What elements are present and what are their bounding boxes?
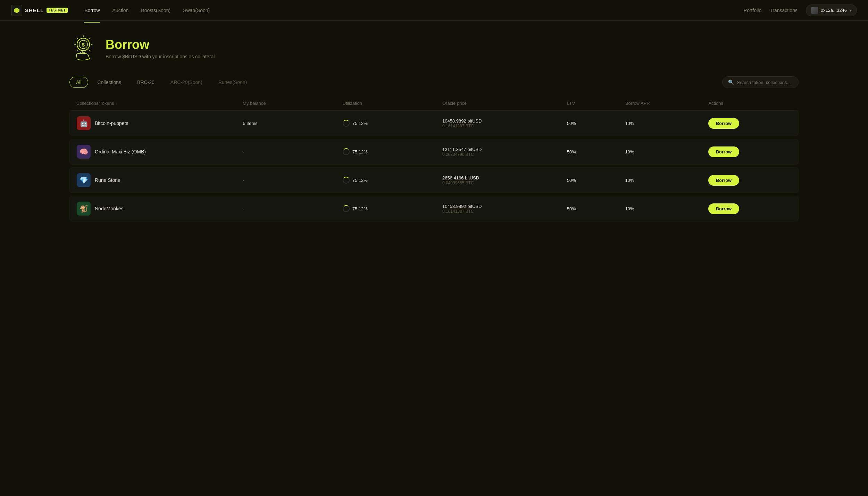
search-icon: 🔍 bbox=[728, 79, 734, 85]
token-avatar-1: 🤖 bbox=[77, 116, 91, 130]
wallet-icon bbox=[811, 7, 818, 14]
oracle-sub-4: 0.16141387 BTC bbox=[442, 209, 567, 214]
token-cell-2: 🧠 Ordinal Maxi Biz (OMB) bbox=[77, 145, 243, 159]
oracle-cell-2: 13111.3547 bitUSD 0.20234790 BTC bbox=[442, 147, 567, 157]
actions-cell-3: Borrow bbox=[708, 175, 791, 186]
table-row: 🐒 NodeMonkes - 75.12% 10458.9892 bitUSD … bbox=[69, 196, 799, 221]
oracle-cell-3: 2656.4166 bitUSD 0.04099655 BTC bbox=[442, 175, 567, 185]
sort-icon-collections[interactable]: ↓ bbox=[115, 101, 117, 105]
util-pct-4: 75.12% bbox=[352, 206, 368, 211]
header-right: Portfolio Transactions 0x12a...3246 ▾ bbox=[744, 5, 857, 16]
apr-cell-1: 10% bbox=[625, 121, 708, 126]
token-name-4: NodeMonkes bbox=[95, 206, 124, 211]
tab-brc20[interactable]: BRC-20 bbox=[131, 77, 161, 88]
apr-cell-2: 10% bbox=[625, 149, 708, 154]
col-oracle-price: Oracle price bbox=[442, 101, 567, 106]
util-cell-4: 75.12% bbox=[343, 205, 442, 212]
transactions-link[interactable]: Transactions bbox=[770, 8, 798, 13]
util-pct-2: 75.12% bbox=[352, 149, 368, 154]
token-avatar-2: 🧠 bbox=[77, 145, 91, 159]
header-left: SHELL TESTNET Borrow Auction Boosts(Soon… bbox=[11, 5, 215, 16]
nav-swap: Swap(Soon) bbox=[177, 5, 215, 16]
util-spinner-2 bbox=[343, 148, 350, 155]
borrow-button-4[interactable]: Borrow bbox=[708, 203, 740, 214]
balance-cell-1: 5 items bbox=[243, 121, 343, 126]
svg-line-10 bbox=[89, 38, 90, 39]
logo-text: SHELL bbox=[25, 7, 44, 13]
token-name-1: Bitcoin-puppets bbox=[95, 120, 128, 126]
hero-title: Borrow bbox=[106, 38, 215, 52]
filter-tabs: All Collections BRC-20 ARC-20(Soon) Rune… bbox=[69, 77, 253, 88]
svg-marker-0 bbox=[14, 8, 19, 13]
actions-cell-4: Borrow bbox=[708, 203, 791, 214]
apr-cell-4: 10% bbox=[625, 206, 708, 211]
token-cell-1: 🤖 Bitcoin-puppets bbox=[77, 116, 243, 130]
util-spinner-1 bbox=[343, 120, 350, 127]
ltv-cell-2: 50% bbox=[567, 149, 625, 154]
hero-icon: $ bbox=[69, 35, 97, 62]
col-collections-tokens: Collections/Tokens ↓ bbox=[76, 101, 243, 106]
table-row: 🤖 Bitcoin-puppets 5 items 75.12% 10458.9… bbox=[69, 110, 799, 136]
oracle-sub-1: 0.16141387 BTC bbox=[442, 124, 567, 128]
balance-cell-4: - bbox=[243, 206, 343, 211]
table-row: 💎 Rune Stone - 75.12% 2656.4166 bitUSD 0… bbox=[69, 167, 799, 193]
oracle-sub-2: 0.20234790 BTC bbox=[442, 152, 567, 157]
table-container: Collections/Tokens ↓ My balance ↓ Utiliz… bbox=[69, 96, 799, 221]
col-borrow-apr: Borrow APR bbox=[625, 101, 709, 106]
tab-runes: Runes(Soon) bbox=[212, 77, 254, 88]
apr-cell-3: 10% bbox=[625, 178, 708, 183]
oracle-cell-1: 10458.9892 bitUSD 0.16141387 BTC bbox=[442, 118, 567, 128]
nav-boosts: Boosts(Soon) bbox=[135, 5, 176, 16]
util-spinner-4 bbox=[343, 205, 350, 212]
testnet-badge: TESTNET bbox=[47, 8, 68, 13]
wallet-button[interactable]: 0x12a...3246 ▾ bbox=[806, 5, 857, 16]
main-nav: Borrow Auction Boosts(Soon) Swap(Soon) bbox=[79, 5, 215, 16]
svg-line-11 bbox=[77, 50, 78, 51]
ltv-cell-4: 50% bbox=[567, 206, 625, 211]
borrow-button-3[interactable]: Borrow bbox=[708, 175, 740, 186]
wallet-address: 0x12a...3246 bbox=[821, 8, 847, 13]
util-pct-1: 75.12% bbox=[352, 121, 368, 126]
hero-text: Borrow Borrow $BitUSD with your inscript… bbox=[106, 38, 215, 59]
borrow-button-1[interactable]: Borrow bbox=[708, 118, 740, 129]
actions-cell-1: Borrow bbox=[708, 118, 791, 129]
borrow-button-2[interactable]: Borrow bbox=[708, 146, 740, 157]
sort-icon-balance[interactable]: ↓ bbox=[267, 101, 269, 105]
token-cell-4: 🐒 NodeMonkes bbox=[77, 202, 243, 216]
col-balance: My balance ↓ bbox=[243, 101, 342, 106]
balance-cell-3: - bbox=[243, 178, 343, 183]
tab-collections[interactable]: Collections bbox=[91, 77, 128, 88]
util-pct-3: 75.12% bbox=[352, 178, 368, 183]
ltv-cell-3: 50% bbox=[567, 178, 625, 183]
token-cell-3: 💎 Rune Stone bbox=[77, 173, 243, 187]
nav-borrow[interactable]: Borrow bbox=[79, 5, 105, 16]
svg-line-8 bbox=[77, 38, 78, 39]
search-input[interactable] bbox=[737, 80, 793, 85]
tab-arc20: ARC-20(Soon) bbox=[164, 77, 209, 88]
table-row: 🧠 Ordinal Maxi Biz (OMB) - 75.12% 13111.… bbox=[69, 139, 799, 165]
hero-subtitle: Borrow $BitUSD with your inscriptions as… bbox=[106, 54, 215, 59]
hero-section: $ Borrow Borrow $BitUSD with your inscri… bbox=[69, 35, 799, 62]
util-cell-1: 75.12% bbox=[343, 120, 442, 127]
col-actions: Actions bbox=[708, 101, 792, 106]
oracle-cell-4: 10458.9892 bitUSD 0.16141387 BTC bbox=[442, 204, 567, 214]
logo-area: SHELL TESTNET bbox=[11, 5, 68, 16]
util-cell-3: 75.12% bbox=[343, 177, 442, 184]
col-ltv: LTV bbox=[567, 101, 625, 106]
portfolio-link[interactable]: Portfolio bbox=[744, 8, 761, 13]
tab-all[interactable]: All bbox=[69, 77, 88, 88]
actions-cell-2: Borrow bbox=[708, 146, 791, 157]
nav-auction[interactable]: Auction bbox=[107, 5, 134, 16]
oracle-main-2: 13111.3547 bitUSD bbox=[442, 147, 567, 152]
svg-line-9 bbox=[89, 50, 90, 51]
util-cell-2: 75.12% bbox=[343, 148, 442, 155]
search-box[interactable]: 🔍 bbox=[722, 76, 799, 88]
table-rows: 🤖 Bitcoin-puppets 5 items 75.12% 10458.9… bbox=[69, 110, 799, 221]
filter-row: All Collections BRC-20 ARC-20(Soon) Rune… bbox=[69, 76, 799, 88]
oracle-main-1: 10458.9892 bitUSD bbox=[442, 118, 567, 124]
svg-text:$: $ bbox=[82, 42, 85, 48]
oracle-main-3: 2656.4166 bitUSD bbox=[442, 175, 567, 180]
oracle-sub-3: 0.04099655 BTC bbox=[442, 180, 567, 185]
oracle-main-4: 10458.9892 bitUSD bbox=[442, 204, 567, 209]
util-spinner-3 bbox=[343, 177, 350, 184]
